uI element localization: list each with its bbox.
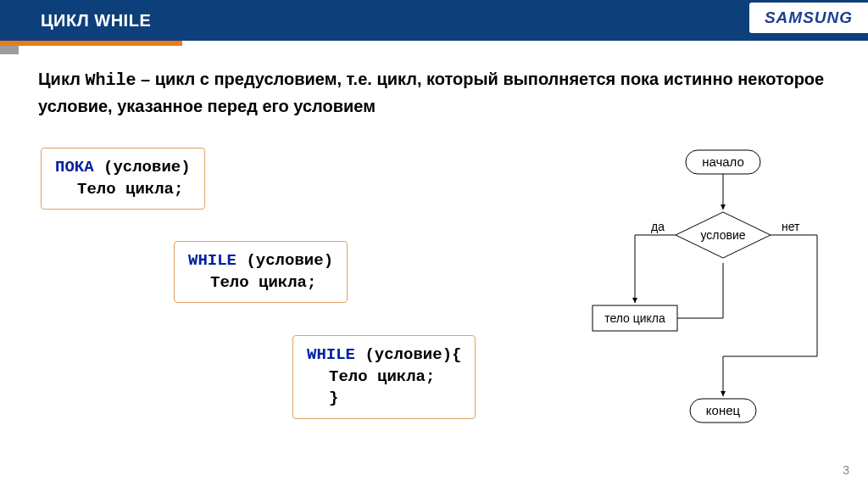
condition-text: (условие): [94, 158, 191, 176]
flowchart-diagram: начало условие да нет тело цикла конец: [563, 146, 834, 443]
code-box-while-simple: WHILE (условие) Тело цикла;: [174, 241, 348, 303]
body-text: Тело цикла;: [307, 367, 461, 389]
condition-text: (условие){: [355, 345, 461, 364]
page-number: 3: [843, 463, 849, 477]
flow-start-label: начало: [702, 154, 744, 169]
description-text: Цикл While – цикл с предусловием, т.е. ц…: [38, 66, 830, 119]
flow-yes-label: да: [651, 220, 665, 233]
desc-prefix: Цикл: [38, 70, 85, 88]
body-text: Тело цикла;: [188, 272, 333, 294]
slide-title: ЦИКЛ WHILE: [41, 11, 151, 31]
flow-condition-label: условие: [701, 228, 746, 242]
brand-text: SAMSUNG: [765, 8, 853, 27]
keyword: WHILE: [188, 251, 236, 270]
keyword: WHILE: [307, 345, 355, 364]
flow-end-label: конец: [706, 403, 741, 417]
condition-text: (условие): [236, 251, 333, 270]
brand-badge: SAMSUNG: [749, 3, 868, 33]
desc-rest: – цикл с предусловием, т.е. цикл, которы…: [38, 70, 824, 115]
code-box-while-braces: WHILE (условие){ Тело цикла; }: [292, 335, 476, 419]
slide-header: ЦИКЛ WHILE SAMSUNG: [0, 0, 868, 41]
body-text: Тело цикла;: [55, 179, 191, 201]
keyword: ПОКА: [55, 158, 94, 176]
desc-mono: While: [85, 70, 136, 90]
flow-body-label: тело цикла: [604, 311, 665, 325]
close-brace: }: [307, 388, 461, 410]
slide-content: Цикл While – цикл с предусловием, т.е. ц…: [0, 41, 868, 119]
code-box-russian: ПОКА (условие) Тело цикла;: [41, 148, 205, 210]
flow-no-label: нет: [782, 220, 800, 233]
